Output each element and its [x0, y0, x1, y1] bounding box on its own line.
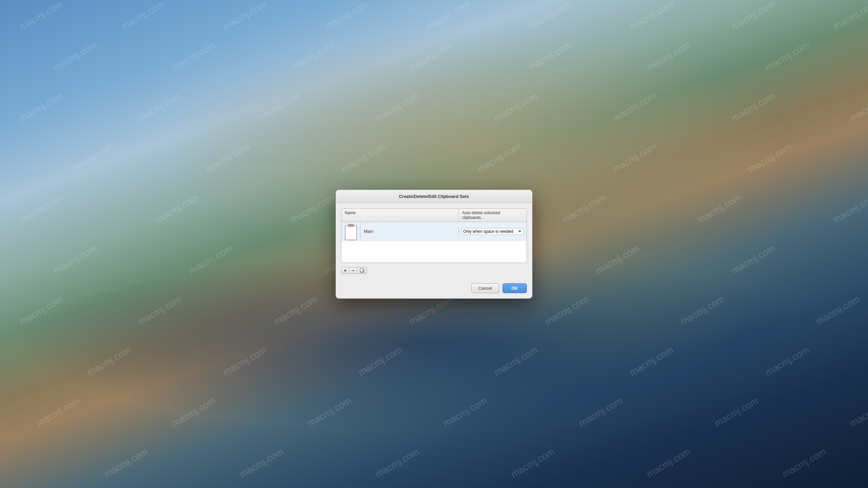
clipboard-sets-table: Name Auto delete unlocked clipboards... — [341, 208, 527, 263]
dialog-overlay: Create/Delete/Edit Clipboard Sets Name A… — [0, 0, 868, 488]
row-icon-cell — [341, 222, 360, 241]
column-autodelete-header: Auto delete unlocked clipboards... — [459, 209, 527, 222]
duplicate-icon — [360, 268, 364, 273]
dialog-title: Create/Delete/Edit Clipboard Sets — [399, 194, 469, 199]
dialog-body: Name Auto delete unlocked clipboards... — [336, 203, 532, 283]
cancel-button[interactable]: Cancel — [471, 283, 499, 293]
add-button[interactable]: + — [341, 267, 349, 274]
autodelete-dropdown[interactable]: Only when space is needed Never Always — [461, 228, 524, 235]
table-row: Main Only when space is needed Never Alw… — [341, 222, 527, 241]
clipboard-clip — [348, 224, 354, 227]
clipboard-icon — [345, 224, 357, 239]
row-dropdown-cell: Only when space is needed Never Always — [459, 227, 527, 236]
ok-button[interactable]: OK — [502, 283, 527, 293]
row-name-cell: Main — [360, 227, 459, 236]
duplicate-button[interactable] — [357, 267, 367, 274]
toolbar: + − — [341, 267, 367, 274]
dialog-titlebar: Create/Delete/Edit Clipboard Sets — [336, 190, 532, 203]
dialog-window: Create/Delete/Edit Clipboard Sets Name A… — [336, 190, 532, 299]
toolbar-area: + − — [341, 267, 527, 278]
column-name-header: Name — [341, 209, 459, 222]
table-header: Name Auto delete unlocked clipboards... — [341, 209, 527, 222]
remove-button[interactable]: − — [349, 267, 357, 274]
clipboard-board — [345, 225, 357, 240]
table-body: Main Only when space is needed Never Alw… — [341, 222, 527, 263]
dialog-footer: Cancel OK — [336, 283, 532, 299]
svg-rect-1 — [360, 268, 363, 272]
